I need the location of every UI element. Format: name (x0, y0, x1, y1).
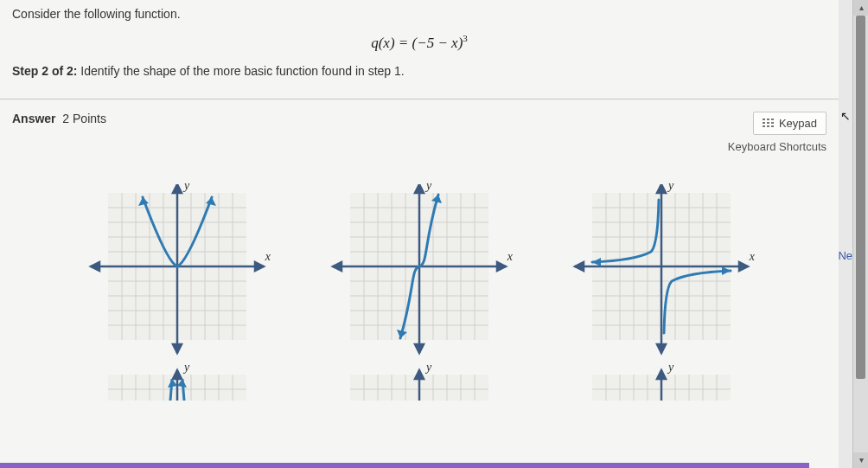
svg-marker-20 (91, 262, 99, 271)
svg-marker-70 (575, 262, 584, 271)
graph-1-svg (82, 184, 272, 357)
svg-marker-102 (415, 370, 424, 379)
graph-option-4[interactable]: y (82, 366, 272, 401)
graph-option-3[interactable]: y x (566, 184, 756, 357)
answer-bar: Answer 2 Points Keypad Keyboard Shortcut… (0, 99, 839, 158)
scroll-up-button[interactable]: ▴ (853, 0, 868, 16)
formula-body: q(x) = (−5 − x) (371, 35, 463, 51)
graph-option-1[interactable]: y x (82, 184, 272, 357)
keyboard-shortcuts-link[interactable]: Keyboard Shortcuts (728, 140, 827, 153)
answer-points: 2 Points (62, 112, 106, 125)
svg-marker-72 (657, 344, 666, 353)
svg-marker-22 (173, 344, 182, 353)
graph-option-6[interactable]: y (566, 366, 756, 401)
step-text: Identify the shape of the more basic fun… (77, 64, 404, 78)
scroll-down-button[interactable]: ▾ (853, 452, 868, 468)
side-panel-peek: ↖ Ne (839, 0, 852, 468)
keypad-icon (763, 119, 774, 128)
svg-marker-86 (173, 370, 182, 379)
step-instruction: Step 2 of 2: Identify the shape of the m… (12, 64, 827, 78)
y-axis-label: y (426, 179, 431, 193)
question-prompt: Consider the following function. (12, 7, 827, 21)
graph-2-svg (324, 184, 514, 357)
graph-option-5[interactable]: y (324, 366, 514, 401)
svg-marker-21 (173, 184, 182, 193)
x-axis-label: x (265, 250, 271, 264)
graph-3-svg (566, 184, 756, 357)
graph-6-svg (566, 366, 756, 401)
answer-tools: Keypad Keyboard Shortcuts (728, 112, 827, 153)
x-axis-label: x (507, 250, 513, 264)
y-axis-label: y (426, 361, 431, 375)
graph-option-2[interactable]: y x (324, 184, 514, 357)
y-axis-label: y (668, 361, 673, 375)
y-axis-label: y (668, 179, 673, 193)
answer-word: Answer (12, 112, 56, 125)
x-axis-label: x (750, 250, 755, 264)
svg-marker-44 (497, 262, 506, 271)
question-panel: Consider the following function. q(x) = … (0, 0, 839, 468)
svg-marker-71 (657, 184, 666, 193)
cursor-icon: ↖ (840, 109, 851, 123)
graph-4-svg (82, 366, 272, 401)
vertical-scrollbar[interactable]: ▴ ▾ (852, 0, 868, 468)
graph-5-svg (324, 366, 514, 401)
svg-marker-114 (657, 370, 666, 379)
y-axis-label: y (184, 179, 189, 193)
keypad-label: Keypad (779, 117, 817, 130)
svg-marker-19 (255, 262, 264, 271)
y-axis-label: y (184, 361, 189, 375)
graph-options-row: y x (0, 158, 839, 357)
graph-options-row-2: y y (0, 357, 839, 401)
keypad-button[interactable]: Keypad (753, 112, 827, 135)
question-section: Consider the following function. q(x) = … (0, 0, 839, 90)
svg-marker-46 (415, 184, 424, 193)
scroll-track[interactable] (856, 16, 865, 452)
answer-label: Answer 2 Points (12, 112, 106, 125)
scroll-thumb[interactable] (856, 16, 865, 379)
bottom-accent-strip (0, 463, 809, 468)
svg-marker-47 (415, 344, 424, 353)
svg-marker-45 (333, 262, 341, 271)
formula: q(x) = (−5 − x)3 (12, 33, 827, 52)
formula-exponent: 3 (463, 33, 468, 43)
step-label: Step 2 of 2: (12, 64, 77, 78)
next-button[interactable]: Ne (838, 249, 852, 262)
svg-marker-69 (739, 262, 748, 271)
